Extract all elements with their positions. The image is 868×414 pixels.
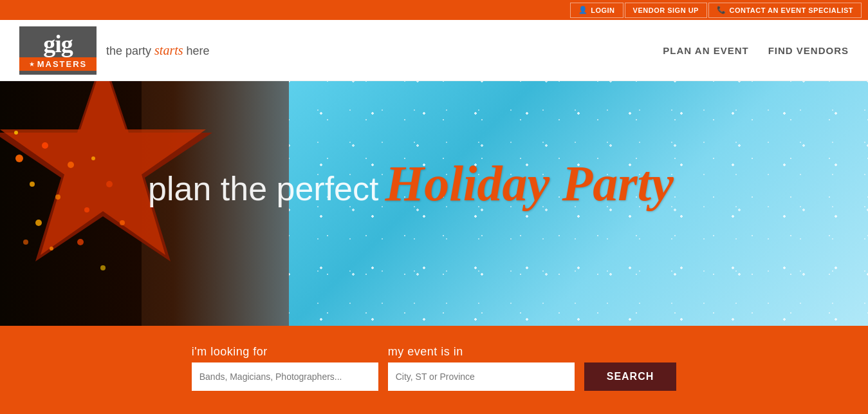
nav-plan-event[interactable]: PLAN AN EVENT xyxy=(663,45,748,56)
search-button[interactable]: SEARCH xyxy=(584,362,677,391)
header: gig ★ MASTERS the party starts here PLAN… xyxy=(0,20,868,81)
svg-point-10 xyxy=(23,240,28,245)
svg-point-13 xyxy=(100,265,106,270)
vendor-signup-label: VENDOR SIGN UP xyxy=(633,6,699,14)
looking-for-group: i'm looking for xyxy=(192,345,378,391)
svg-point-14 xyxy=(120,220,125,225)
logo-box: gig ★ MASTERS xyxy=(19,26,97,75)
hero-holiday-text: Holiday Party xyxy=(385,158,673,209)
search-section: i'm looking for my event is in SEARCH xyxy=(0,326,868,414)
svg-point-12 xyxy=(77,239,84,245)
event-location-label: my event is in xyxy=(388,345,575,359)
svg-point-2 xyxy=(15,155,23,162)
nav-links: PLAN AN EVENT FIND VENDORS xyxy=(663,45,849,56)
svg-point-4 xyxy=(42,142,48,149)
tagline-post: here xyxy=(183,44,210,57)
logo-masters-bar: ★ MASTERS xyxy=(19,57,97,71)
contact-specialist-button[interactable]: 📞 CONTACT AN EVENT SPECIALIST xyxy=(708,3,862,18)
svg-point-9 xyxy=(35,220,42,226)
looking-for-label: i'm looking for xyxy=(192,345,378,359)
tagline: the party starts here xyxy=(106,43,210,58)
event-location-group: my event is in xyxy=(388,345,575,391)
search-row: i'm looking for my event is in SEARCH xyxy=(192,345,677,391)
svg-point-11 xyxy=(50,247,53,250)
svg-point-8 xyxy=(84,207,89,212)
hero-plan-text: plan the perfect xyxy=(148,171,378,207)
logo-star-icon: ★ xyxy=(29,61,35,68)
event-location-input[interactable] xyxy=(388,362,575,391)
tagline-pre: the party xyxy=(106,44,154,57)
svg-point-6 xyxy=(14,131,18,135)
svg-point-5 xyxy=(55,194,60,200)
contact-label: CONTACT AN EVENT SPECIALIST xyxy=(729,6,853,14)
tagline-starts: starts xyxy=(154,43,183,57)
svg-point-15 xyxy=(106,181,113,187)
looking-for-input[interactable] xyxy=(192,362,378,391)
login-label: LOGIN xyxy=(591,6,614,14)
phone-icon: 📞 xyxy=(717,6,726,14)
logo-gig-text: gig xyxy=(43,32,73,56)
svg-point-3 xyxy=(30,182,35,187)
top-bar: 👤 LOGIN VENDOR SIGN UP 📞 CONTACT AN EVEN… xyxy=(0,0,868,20)
nav-find-vendors[interactable]: FIND VENDORS xyxy=(768,45,849,56)
svg-point-16 xyxy=(91,156,95,160)
login-button[interactable]: 👤 LOGIN xyxy=(570,3,623,18)
logo[interactable]: gig ★ MASTERS xyxy=(19,26,97,75)
logo-area: gig ★ MASTERS the party starts here xyxy=(19,26,210,75)
hero-section: plan the perfect Holiday Party xyxy=(0,81,868,326)
vendor-signup-button[interactable]: VENDOR SIGN UP xyxy=(625,3,707,18)
svg-point-7 xyxy=(68,162,74,168)
logo-masters-text: MASTERS xyxy=(37,59,88,69)
user-icon: 👤 xyxy=(578,6,588,14)
hero-headline: plan the perfect Holiday Party xyxy=(148,158,674,209)
hero-text-area: plan the perfect Holiday Party xyxy=(148,158,674,209)
